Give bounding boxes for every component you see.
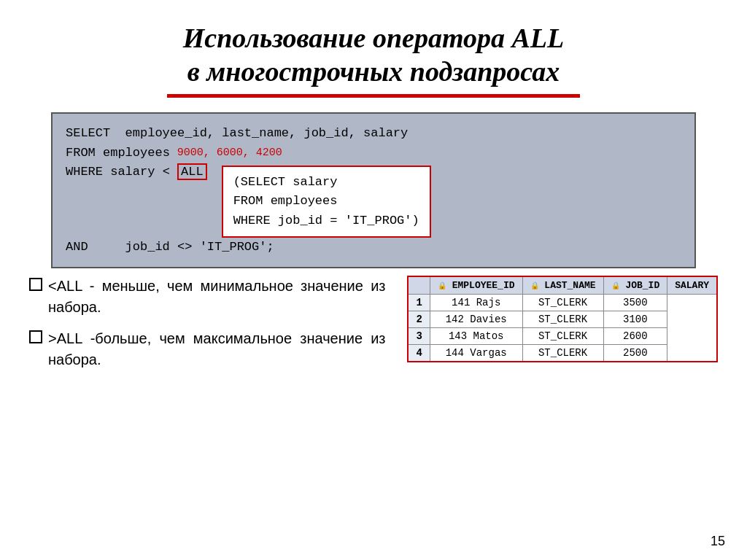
bullet-text-1: <ALL - меньше, чем минимальное значение … bbox=[48, 276, 385, 318]
checkbox-2 bbox=[29, 330, 42, 343]
sql-from-val: employees bbox=[96, 146, 170, 160]
sql-code-block: SELECT employee_id, last_name, job_id, s… bbox=[51, 112, 696, 268]
slide: Использование оператора ALL в многостроч… bbox=[0, 0, 747, 560]
sql-where-kw: WHERE bbox=[66, 165, 103, 179]
subquery-line3: WHERE job_id = 'IT_PROG') bbox=[233, 211, 419, 230]
title-line1: Использование оператора ALL bbox=[183, 23, 564, 53]
table-row: 2 142 Davies ST_CLERK 3100 bbox=[408, 311, 717, 328]
th-job-id: 🔒 JOB_ID bbox=[603, 276, 667, 295]
sql-where-text: WHERE salary < ALL bbox=[66, 163, 207, 182]
title-line2: в многострочных подзапросах bbox=[187, 56, 560, 87]
sql-where-val: salary < bbox=[103, 165, 177, 179]
title-underline bbox=[167, 94, 580, 98]
page-number: 15 bbox=[711, 534, 725, 549]
bullet-list: <ALL - меньше, чем минимальное значение … bbox=[29, 276, 385, 381]
th-employee-id: 🔒 EMPLOYEE_ID bbox=[430, 276, 522, 295]
sql-line-select: SELECT employee_id, last_name, job_id, s… bbox=[66, 124, 681, 143]
table-row: 4 144 Vargas ST_CLERK 2500 bbox=[408, 345, 717, 362]
subquery-block: (SELECT salary FROM employees WHERE job_… bbox=[222, 166, 431, 238]
slide-title: Использование оператора ALL в многостроч… bbox=[29, 22, 718, 88]
sql-from-kw: FROM bbox=[66, 146, 96, 160]
table-row: 3 143 Matos ST_CLERK 2600 bbox=[408, 328, 717, 345]
sql-line-from: FROM employees 9000, 6000, 4200 bbox=[66, 144, 681, 163]
th-last-name: 🔒 LAST_NAME bbox=[522, 276, 603, 295]
sql-line-where: WHERE salary < ALL (SELECT salary FROM e… bbox=[66, 163, 681, 238]
sql-select-text: SELECT employee_id, last_name, job_id, s… bbox=[66, 126, 408, 140]
bullet-item-1: <ALL - меньше, чем минимальное значение … bbox=[29, 276, 385, 318]
sql-and-text: AND job_id <> 'IT_PROG'; bbox=[66, 240, 274, 254]
bottom-section: <ALL - меньше, чем минимальное значение … bbox=[29, 276, 718, 381]
sql-line-and: AND job_id <> 'IT_PROG'; bbox=[66, 238, 681, 257]
bullet-item-2: >ALL -больше, чем максимальное значение … bbox=[29, 328, 385, 370]
sql-from-text: FROM employees bbox=[66, 144, 170, 163]
table-body: 1 141 Rajs ST_CLERK 3500 2 142 Davies ST… bbox=[408, 295, 717, 362]
th-salary: SALARY bbox=[667, 276, 717, 295]
table-row: 1 141 Rajs ST_CLERK 3500 bbox=[408, 295, 717, 311]
all-keyword: ALL bbox=[177, 163, 207, 180]
bullet-text-2: >ALL -больше, чем максимальное значение … bbox=[48, 328, 385, 370]
sql-from-comment: 9000, 6000, 4200 bbox=[177, 144, 282, 161]
result-table: 🔒 EMPLOYEE_ID 🔒 LAST_NAME 🔒 JOB_ID SALAR… bbox=[407, 276, 718, 362]
table-header-row: 🔒 EMPLOYEE_ID 🔒 LAST_NAME 🔒 JOB_ID SALAR… bbox=[408, 276, 717, 295]
th-row-num bbox=[408, 276, 430, 295]
subquery-line2: FROM employees bbox=[233, 192, 419, 211]
checkbox-1 bbox=[29, 278, 42, 291]
subquery-line1: (SELECT salary bbox=[233, 173, 419, 192]
